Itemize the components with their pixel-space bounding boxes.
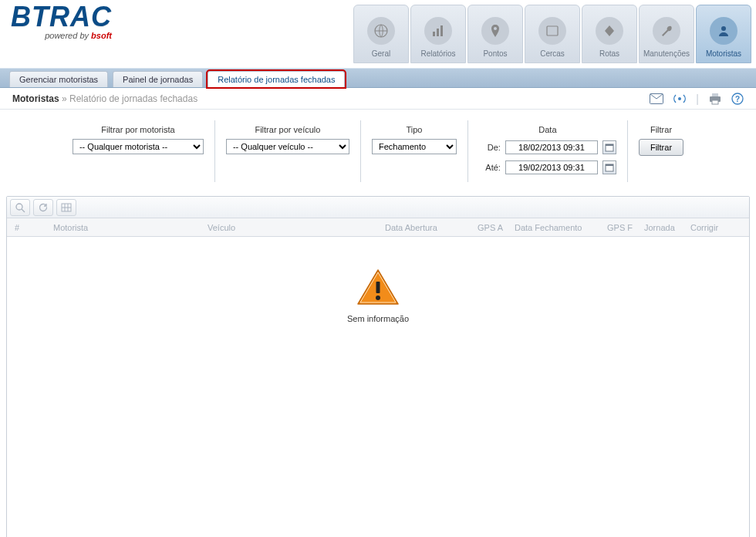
svg-point-8 bbox=[678, 97, 681, 100]
warning-icon bbox=[356, 268, 400, 308]
grid-columns-icon[interactable] bbox=[56, 199, 76, 216]
filter-motorista-label: Filtrar por motorista bbox=[101, 125, 174, 134]
filter-tipo-label: Tipo bbox=[406, 125, 422, 134]
grid-search-icon[interactable] bbox=[10, 199, 30, 216]
empty-message: Sem informação bbox=[347, 314, 409, 323]
tab-gerenciar-motoristas[interactable]: Gerenciar motoristas bbox=[9, 71, 108, 87]
breadcrumb: Motoristas » Relatório de jornadas fecha… bbox=[12, 93, 197, 104]
svg-rect-2 bbox=[437, 29, 439, 36]
help-icon[interactable]: ? bbox=[731, 93, 744, 105]
chart-icon bbox=[424, 17, 452, 45]
col-data-abertura: Data Abertura bbox=[382, 223, 474, 232]
filter-motorista-select[interactable]: -- Qualquer motorista -- bbox=[73, 139, 204, 154]
wrench-icon bbox=[653, 17, 680, 45]
col-data-fechamento: Data Fechamento bbox=[511, 223, 604, 232]
filter-ate-input[interactable] bbox=[505, 160, 598, 174]
filter-ate-label: Até: bbox=[479, 163, 501, 172]
filter-data-label: Data bbox=[538, 125, 556, 134]
col-index: # bbox=[12, 223, 50, 232]
fence-icon bbox=[538, 17, 566, 45]
signal-icon[interactable] bbox=[673, 93, 687, 105]
nav-label: Motoristas bbox=[706, 49, 741, 58]
logo-powered: powered by bsoft bbox=[11, 31, 112, 40]
nav-label: Pontos bbox=[483, 49, 507, 58]
filter-tipo-select[interactable]: Fechamento bbox=[372, 139, 457, 154]
filter-action-label: Filtrar bbox=[650, 125, 672, 134]
nav-manutencoes[interactable]: Manutenções bbox=[639, 5, 694, 63]
svg-rect-15 bbox=[606, 144, 613, 146]
main-nav: Geral Relatórios Pontos Cercas Rotas bbox=[353, 5, 751, 63]
pin-icon bbox=[481, 17, 509, 45]
svg-rect-3 bbox=[440, 25, 443, 36]
filter-panel: Filtrar por motorista -- Qualquer motori… bbox=[62, 120, 694, 182]
nav-label: Manutenções bbox=[643, 49, 690, 58]
col-motorista: Motorista bbox=[50, 223, 204, 232]
nav-motoristas[interactable]: Motoristas bbox=[696, 5, 751, 63]
svg-point-21 bbox=[376, 296, 380, 300]
route-icon bbox=[596, 17, 623, 45]
svg-point-18 bbox=[16, 204, 22, 210]
filter-button[interactable]: Filtrar bbox=[639, 139, 683, 156]
globe-icon bbox=[367, 17, 395, 45]
nav-pontos[interactable]: Pontos bbox=[467, 5, 523, 63]
grid-refresh-icon[interactable] bbox=[33, 199, 53, 216]
nav-geral[interactable]: Geral bbox=[353, 5, 409, 63]
tab-painel-jornadas[interactable]: Painel de jornadas bbox=[113, 71, 203, 87]
subtab-bar: Gerenciar motoristas Painel de jornadas … bbox=[0, 68, 756, 88]
nav-label: Rotas bbox=[599, 49, 619, 58]
grid-body: Sem informação bbox=[7, 237, 749, 537]
filter-de-label: De: bbox=[479, 143, 501, 152]
filter-de-input[interactable] bbox=[505, 140, 598, 154]
calendar-icon[interactable] bbox=[602, 160, 616, 174]
app-logo: BTRAC powered by bsoft bbox=[11, 3, 112, 40]
page-tools: | ? bbox=[650, 93, 744, 105]
tab-relatorio-jornadas-fechadas[interactable]: Relatório de jornadas fechadas bbox=[208, 71, 345, 87]
col-corrigir: Corrigir bbox=[687, 223, 726, 232]
svg-point-6 bbox=[721, 26, 726, 31]
svg-rect-1 bbox=[433, 32, 435, 36]
grid-toolbar bbox=[7, 197, 749, 218]
col-gps-f: GPS F bbox=[604, 223, 641, 232]
svg-rect-5 bbox=[547, 26, 558, 35]
filter-veiculo-label: Filtrar por veículo bbox=[255, 125, 320, 134]
driver-icon bbox=[710, 17, 737, 45]
calendar-icon[interactable] bbox=[602, 140, 616, 154]
nav-relatorios[interactable]: Relatórios bbox=[410, 5, 466, 63]
nav-label: Geral bbox=[372, 49, 390, 58]
col-gps-a: GPS A bbox=[474, 223, 511, 232]
svg-rect-17 bbox=[606, 164, 613, 166]
logo-word: BTRAC bbox=[11, 3, 112, 31]
grid-header: # Motorista Veículo Data Abertura GPS A … bbox=[7, 218, 749, 237]
col-veiculo: Veículo bbox=[204, 223, 382, 232]
col-jornada: Jornada bbox=[641, 223, 687, 232]
svg-rect-20 bbox=[376, 282, 380, 293]
nav-cercas[interactable]: Cercas bbox=[525, 5, 580, 63]
nav-label: Relatórios bbox=[420, 49, 455, 58]
svg-text:?: ? bbox=[735, 95, 740, 103]
filter-veiculo-select[interactable]: -- Qualquer veículo -- bbox=[226, 139, 349, 154]
mail-icon[interactable] bbox=[650, 93, 663, 104]
nav-rotas[interactable]: Rotas bbox=[582, 5, 637, 63]
results-grid: # Motorista Veículo Data Abertura GPS A … bbox=[6, 196, 750, 537]
print-icon[interactable] bbox=[708, 93, 722, 105]
nav-label: Cercas bbox=[540, 49, 565, 58]
svg-rect-11 bbox=[712, 100, 718, 104]
svg-rect-10 bbox=[712, 93, 718, 96]
svg-point-4 bbox=[494, 27, 497, 30]
